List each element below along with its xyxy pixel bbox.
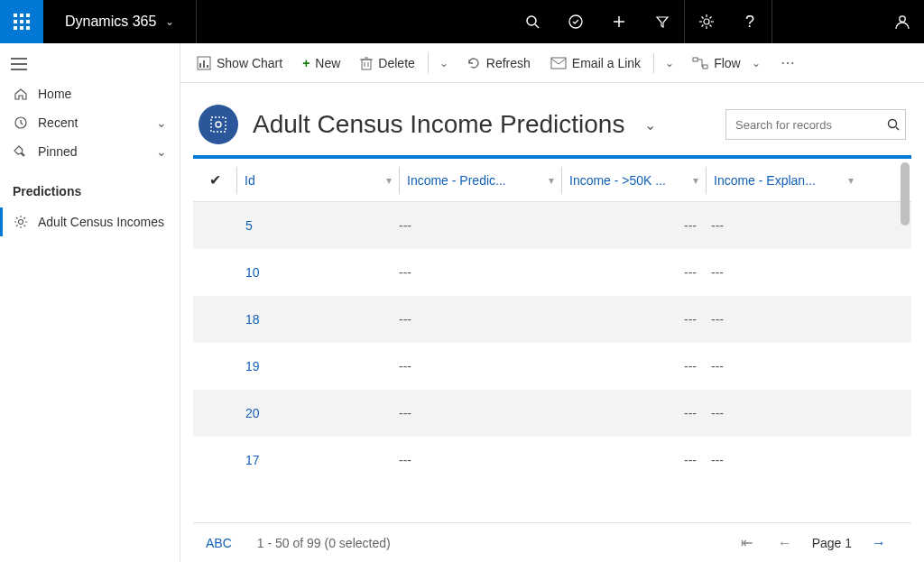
delete-button[interactable]: Delete bbox=[351, 51, 423, 76]
chevron-down-icon: ⌄ bbox=[156, 144, 167, 159]
cell-id[interactable]: 19 bbox=[236, 359, 399, 373]
scrollbar-thumb[interactable] bbox=[901, 162, 910, 226]
page-header: Adult Census Income Predictions ⌄ bbox=[180, 83, 924, 155]
sidebar-item-adult-census[interactable]: Adult Census Incomes bbox=[0, 207, 180, 236]
next-page-button[interactable]: → bbox=[859, 535, 899, 551]
entity-badge bbox=[199, 105, 238, 144]
cell-id[interactable]: 10 bbox=[236, 265, 399, 280]
sidebar: Home Recent ⌄ Pinned ⌄ Predictions Adult… bbox=[0, 43, 180, 562]
more-commands-button[interactable]: ⋯ bbox=[772, 49, 806, 77]
select-all-checkbox[interactable]: ✔ bbox=[193, 171, 236, 189]
page-title: Adult Census Income Predictions bbox=[253, 110, 624, 139]
cell-id[interactable]: 18 bbox=[236, 312, 399, 327]
sidebar-item-recent[interactable]: Recent ⌄ bbox=[0, 108, 180, 137]
column-label: Id bbox=[245, 173, 255, 188]
svg-rect-38 bbox=[199, 63, 201, 68]
grid-body: 5---------10---------18---------19------… bbox=[193, 202, 911, 522]
new-button[interactable]: + New bbox=[293, 51, 349, 76]
pin-icon bbox=[13, 144, 29, 159]
cell-50k: --- bbox=[561, 218, 706, 233]
prev-page-button[interactable]: ← bbox=[765, 535, 805, 551]
command-bar: Show Chart + New Delete ⌄ Refresh bbox=[180, 43, 924, 83]
filter-icon[interactable]: ▾ bbox=[848, 174, 854, 187]
cell-id[interactable]: 20 bbox=[236, 406, 399, 420]
table-row[interactable]: 20--------- bbox=[193, 390, 911, 437]
first-page-button[interactable]: ⇤ bbox=[728, 534, 765, 551]
svg-rect-0 bbox=[14, 14, 17, 17]
svg-line-33 bbox=[16, 217, 18, 219]
filter-icon[interactable]: ▾ bbox=[386, 174, 392, 187]
svg-point-23 bbox=[900, 16, 905, 22]
delete-split-chevron[interactable]: ⌄ bbox=[432, 51, 456, 75]
waffle-icon bbox=[14, 14, 30, 30]
chart-icon bbox=[197, 56, 211, 70]
svg-rect-7 bbox=[20, 26, 23, 30]
show-chart-button[interactable]: Show Chart bbox=[188, 51, 291, 76]
command-label: Flow bbox=[714, 56, 741, 70]
svg-point-28 bbox=[19, 220, 23, 225]
cell-id[interactable]: 17 bbox=[236, 453, 399, 467]
email-split-chevron[interactable]: ⌄ bbox=[658, 51, 681, 75]
username-area[interactable] bbox=[772, 0, 881, 43]
clock-icon bbox=[13, 115, 29, 130]
email-link-button[interactable]: Email a Link bbox=[541, 51, 650, 76]
settings-button[interactable] bbox=[685, 0, 728, 43]
flow-button[interactable]: Flow ⌄ bbox=[683, 51, 770, 76]
search-icon bbox=[525, 14, 540, 29]
table-row[interactable]: 18--------- bbox=[193, 296, 911, 343]
trash-icon bbox=[360, 56, 373, 70]
column-header-id[interactable]: Id ▾ bbox=[236, 167, 399, 194]
command-label: Show Chart bbox=[217, 56, 282, 70]
sidebar-toggle[interactable] bbox=[0, 54, 180, 79]
svg-rect-5 bbox=[26, 20, 30, 23]
grid-footer: ABC 1 - 50 of 99 (0 selected) ⇤ ← Page 1… bbox=[193, 522, 911, 562]
search-records-box[interactable] bbox=[725, 109, 906, 140]
table-row[interactable]: 10--------- bbox=[193, 249, 911, 296]
filter-button[interactable] bbox=[641, 0, 684, 43]
svg-line-34 bbox=[24, 226, 26, 227]
filter-icon[interactable]: ▾ bbox=[693, 174, 698, 187]
table-row[interactable]: 5--------- bbox=[193, 202, 911, 249]
column-header-explanation[interactable]: Income - Explan... ▾ bbox=[706, 167, 861, 194]
search-icon[interactable] bbox=[887, 118, 900, 131]
global-nav: Dynamics 365 ⌄ ? bbox=[0, 0, 924, 43]
account-button[interactable] bbox=[881, 0, 924, 43]
sidebar-item-home[interactable]: Home bbox=[0, 79, 180, 108]
view-selector-chevron[interactable]: ⌄ bbox=[644, 116, 656, 134]
app-launcher-button[interactable] bbox=[0, 0, 43, 43]
cell-prediction: --- bbox=[399, 453, 561, 467]
add-button[interactable] bbox=[597, 0, 641, 43]
sidebar-item-label: Recent bbox=[38, 115, 78, 130]
search-button[interactable] bbox=[511, 0, 554, 43]
svg-line-36 bbox=[24, 217, 26, 219]
column-label: Income - Explan... bbox=[714, 173, 816, 188]
brand-dropdown[interactable]: Dynamics 365 ⌄ bbox=[43, 0, 197, 43]
jump-bar[interactable]: ABC bbox=[206, 536, 232, 550]
cell-id[interactable]: 5 bbox=[236, 218, 399, 233]
cell-50k: --- bbox=[561, 312, 706, 327]
svg-rect-3 bbox=[14, 20, 17, 23]
sidebar-item-label: Pinned bbox=[38, 144, 78, 159]
gear-icon bbox=[13, 215, 29, 229]
svg-rect-8 bbox=[26, 26, 30, 30]
person-icon bbox=[893, 13, 911, 31]
task-button[interactable] bbox=[554, 0, 597, 43]
sidebar-item-pinned[interactable]: Pinned ⌄ bbox=[0, 137, 180, 166]
search-input[interactable] bbox=[735, 118, 887, 132]
filter-icon[interactable]: ▾ bbox=[549, 174, 554, 187]
refresh-button[interactable]: Refresh bbox=[457, 51, 540, 76]
help-button[interactable]: ? bbox=[728, 0, 772, 43]
svg-point-9 bbox=[527, 16, 536, 25]
refresh-icon bbox=[467, 56, 481, 70]
table-row[interactable]: 19--------- bbox=[193, 343, 911, 390]
svg-line-10 bbox=[535, 24, 539, 28]
svg-rect-1 bbox=[20, 14, 23, 17]
column-header-50k[interactable]: Income - >50K ... ▾ bbox=[561, 167, 706, 194]
main-area: Show Chart + New Delete ⌄ Refresh bbox=[180, 43, 924, 562]
svg-rect-4 bbox=[20, 20, 23, 23]
column-header-prediction[interactable]: Income - Predic... ▾ bbox=[399, 167, 561, 194]
sidebar-item-label: Adult Census Incomes bbox=[38, 215, 164, 229]
cell-prediction: --- bbox=[399, 265, 561, 280]
cell-prediction: --- bbox=[399, 312, 561, 327]
table-row[interactable]: 17--------- bbox=[193, 437, 911, 484]
